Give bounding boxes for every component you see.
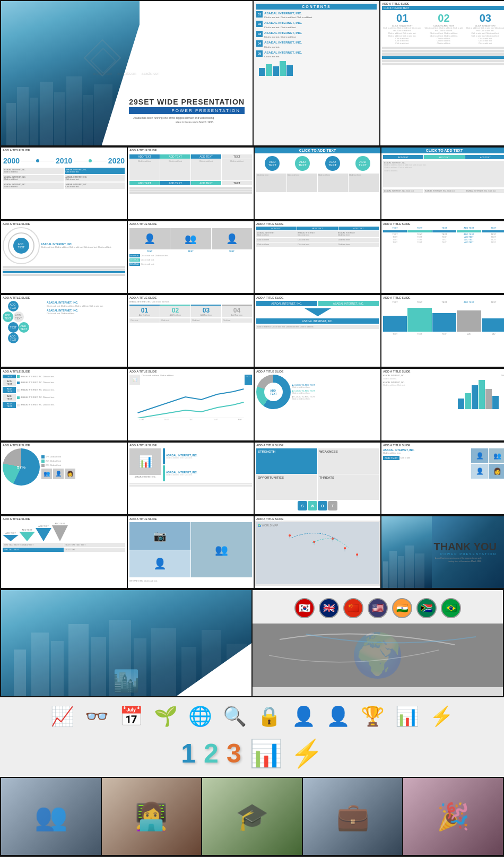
slide-timeline[interactable]: ADD A TITLE SLIDE 2000 2010 2020 ASADAL … — [1, 148, 127, 219]
slide-thank-you[interactable]: THANK YOU POWER PRESENTATION Asadal has … — [381, 516, 504, 588]
bonus-city: 🏙️ — [1, 590, 251, 696]
flag-sa: 🇿🇦 — [416, 598, 437, 618]
slide-steps[interactable]: ADD A TITLE SLIDE ASADAL INTERNET, INC. … — [128, 295, 254, 367]
label-worldmap: ADD A TITLE SLIDE — [255, 516, 380, 521]
slide-title-desc: Asadal has been running one of the bigge… — [129, 116, 214, 124]
icon-person2: 👤 — [326, 705, 350, 728]
number-1: 1 — [181, 738, 196, 769]
slide-collage[interactable]: ADD A TITLE SLIDE 📷 👥 👤 INTERNET, INC. C… — [128, 516, 254, 588]
bonus-flags-map: 🇰🇷 🇬🇧 🇨🇳 🇺🇸 🇮🇳 🇿🇦 🇧🇷 🌍 — [253, 590, 503, 696]
icon-chart: 📈 — [50, 705, 74, 728]
bonus-icons-row: 📈 👓 📅 🌱 🌐 🔍 🔒 👤 👤 🏆 📊 ⚡ — [0, 697, 504, 735]
slide-contents[interactable]: CONTENTS 01 ASADAL INTERNET, INC.Click t… — [254, 1, 379, 145]
thank-you-title: THANK YOU — [433, 541, 497, 552]
flag-china: 🇨🇳 — [343, 598, 363, 618]
label-textbars: ADD A TITLE SLIDE — [381, 295, 504, 299]
label-barimage: ADD A TITLE SLIDE — [381, 369, 504, 373]
slide-gear-circles[interactable]: ADD A TITLE SLIDE ADDTEXT ASADAL INTERNE… — [1, 221, 127, 293]
slide-label-3: ADD A TITLE SLIDE — [380, 1, 504, 5]
slide-swot[interactable]: ADD A TITLE SLIDE STRENGTH WEAKNESS OPPO… — [255, 443, 380, 514]
flag-india: 🇮🇳 — [392, 598, 412, 618]
slide-bar-image[interactable]: ADD A TITLE SLIDE ASADAL INTERNET, INC. … — [381, 369, 504, 440]
slide-title-line1: 29SET WIDE PRESENTATION — [129, 98, 245, 106]
icon-power-large: ⚡ — [290, 738, 323, 769]
icon-person1: 👤 — [292, 705, 316, 728]
slide-table[interactable]: ADD A TITLE SLIDE ADD TEXT ADD TEXT ADD … — [255, 221, 380, 293]
flag-brazil: 🇧🇷 — [441, 598, 461, 618]
label-phototext: ADD A TITLE SLIDE — [128, 443, 254, 447]
photo-happy-team: 🎉 — [403, 778, 503, 855]
click2-label: CLICK TO ADD TEXT — [381, 148, 504, 153]
contents-item-5: 05 ASADAL INTERNET, INC.Click to add tex… — [256, 50, 377, 58]
bonus-photos: 👥 👩‍💻 🎓 💼 🎉 — [0, 777, 504, 856]
photo-man-computer: 💼 — [303, 778, 403, 855]
year-2000: 2000 — [3, 157, 20, 165]
label-table: ADD A TITLE SLIDE — [255, 221, 380, 226]
label-photogrid: ADD A TITLE SLIDE — [381, 443, 504, 447]
label-swot: ADD A TITLE SLIDE — [255, 443, 380, 447]
flag-korea: 🇰🇷 — [294, 598, 315, 618]
slide-people-text[interactable]: ADD A TITLE SLIDE 👤 TEXT 👥 TEXT 👤 TEXT G… — [128, 221, 254, 293]
label-labeled: ADD A TITLE SLIDE — [1, 369, 127, 373]
contents-item-2: 02 ASADAL INTERNET, INC.Click to add tex… — [256, 21, 377, 29]
slide-textboxes[interactable]: CLICK TO ADD TEXT ADD TEXT ADD TEXT ADD … — [381, 148, 504, 219]
number-3: 3 — [227, 738, 241, 769]
label-collage: ADD A TITLE SLIDE — [128, 516, 254, 521]
slide-arrows-text[interactable]: ADD A TITLE SLIDE ADD TEXT ADD TEXT ADD … — [1, 516, 127, 588]
icon-calendar: 📅 — [119, 705, 143, 728]
contents-item-4: 04 ASADAL INTERNET, INC.Click to add tex… — [256, 40, 377, 48]
slide-numbered-large[interactable]: ADD A TITLE SLIDE CLICK TO ADD TEXT 01 C… — [380, 1, 504, 145]
contents-item-1: 01 ASADAL INTERNET, INC.Click to add tex… — [256, 11, 377, 19]
slide-labeled-text[interactable]: ADD A TITLE SLIDE TEXT ASADAL INTERNET, … — [1, 369, 127, 440]
label-2company: ADD A TITLE SLIDE — [255, 295, 380, 299]
icon-lock: 🔒 — [257, 705, 281, 728]
icon-search: 🔍 — [223, 705, 247, 728]
label-4text: ADD A TITLE SLIDE — [128, 148, 254, 152]
icon-bars-large: 📊 — [249, 738, 282, 769]
label-textgrid: ADD A TITLE SLIDE — [381, 221, 504, 226]
slide-title-main[interactable]: asadal.com asadal.com asadal.com 29SET W… — [1, 1, 253, 145]
label-gear: ADD A TITLE SLIDE — [1, 221, 127, 226]
label-timeline: ADD A TITLE SLIDE — [1, 148, 127, 152]
flag-uk: 🇬🇧 — [319, 598, 339, 618]
year-2010: 2010 — [56, 157, 72, 165]
contents-item-3: 03 ASADAL INTERNET, INC.Click to add tex… — [256, 31, 377, 39]
slide-donut[interactable]: ADD A TITLE SLIDE ADDTEXT ▶ CLICK TO ADD… — [255, 369, 380, 440]
slide-circles-text[interactable]: CLICK TO ADD TEXT ADDTEXT ADDTEXT ADDTEX… — [255, 148, 380, 219]
label-hex: ADD A TITLE SLIDE — [1, 295, 127, 299]
icon-plant: 🌱 — [154, 705, 178, 728]
slide-line-chart[interactable]: ADD A TITLE SLIDE 📊 Click to add text he… — [128, 369, 254, 440]
label-line: ADD A TITLE SLIDE — [128, 369, 254, 373]
label-steps: ADD A TITLE SLIDE — [128, 295, 254, 299]
bonus-numbers-row: 1 2 3 📊 ⚡ — [0, 735, 504, 777]
label-people: ADD A TITLE SLIDE — [128, 221, 254, 226]
photo-woman-laptop: 👩‍💻 — [102, 778, 202, 855]
photo-business-team: 👥 — [1, 778, 101, 855]
thank-you-sub: POWER PRESENTATION — [433, 552, 497, 556]
slide-two-company[interactable]: ADD A TITLE SLIDE ASADAL INTERNET, INC. … — [255, 295, 380, 367]
contents-header: CONTENTS — [256, 4, 377, 10]
label-donut: ADD A TITLE SLIDE — [255, 369, 380, 373]
slide-world-map[interactable]: ADD A TITLE SLIDE 🌍 WORLD MAP 📍 📍 📍 📍 📍 — [255, 516, 380, 588]
flag-usa: 🇺🇸 — [368, 598, 388, 618]
icon-glasses: 👓 — [85, 705, 109, 728]
icon-barschart: 📊 — [395, 705, 419, 728]
label-pie-pct: ADD A TITLE SLIDE — [1, 443, 127, 447]
icon-trophy: 🏆 — [361, 705, 385, 728]
slide-text-bars[interactable]: ADD A TITLE SLIDE TEXT TEXT TEXT ADD TEX… — [381, 295, 504, 367]
slide-photo-grid[interactable]: ADD A TITLE SLIDE ASADAL INTERNET, INC. … — [381, 443, 504, 514]
slide-4text[interactable]: ADD A TITLE SLIDE ADD TEXT Click to add … — [128, 148, 254, 219]
slide-text-grid[interactable]: ADD A TITLE SLIDE TEXT TEXT TEXT ADD TEX… — [381, 221, 504, 293]
slide-pie-pct[interactable]: ADD A TITLE SLIDE 57% 57% Click add text… — [1, 443, 127, 514]
slide-photo-text[interactable]: ADD A TITLE SLIDE 📊 ASADAL INTERNET, INC… — [128, 443, 254, 514]
photo-students: 🎓 — [202, 778, 302, 855]
click-add-text-label: CLICK TO ADD TEXT — [255, 148, 380, 153]
number-2: 2 — [204, 738, 219, 769]
slide-title-subtitle: POWER PRESENTATION — [129, 107, 245, 114]
icon-globe: 🌐 — [188, 705, 212, 728]
year-2020: 2020 — [108, 157, 125, 165]
thank-you-text: Asadal has been running one of the bigge… — [433, 557, 481, 563]
label-arrows: ADD A TITLE SLIDE — [1, 516, 127, 521]
icon-power: ⚡ — [430, 705, 454, 728]
slide-hex-icons[interactable]: ADD A TITLE SLIDE ADDTEXT ADDTEXT TEXT A… — [1, 295, 127, 367]
